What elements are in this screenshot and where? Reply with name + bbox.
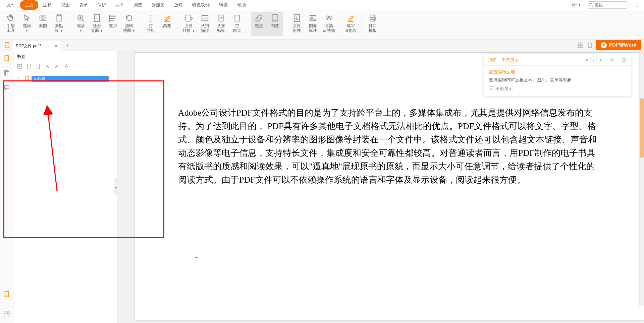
svg-rect-31 xyxy=(7,312,9,314)
tabbar-grid-icon[interactable] xyxy=(577,42,584,49)
menu-cloud[interactable]: 云服务 xyxy=(147,0,169,10)
ribbon-screenshot-button[interactable]: 截图 xyxy=(35,12,51,36)
tabbar-home-icon[interactable] xyxy=(2,42,12,48)
rail-apps-icon[interactable] xyxy=(3,311,10,318)
menu-share[interactable]: 共享 xyxy=(111,0,129,10)
menubar-kebab-icon[interactable]: ⋮ xyxy=(633,2,642,8)
ribbon-label: 缩放 ▼ xyxy=(77,23,85,34)
ribbon-fromclip-button[interactable]: 从剪 贴板 xyxy=(213,12,229,36)
rail-comment-icon[interactable] xyxy=(3,84,10,91)
menu-form[interactable]: 表单 xyxy=(74,0,93,10)
tip-checkbox-icon[interactable]: ✓ xyxy=(489,86,493,91)
ribbon-zoom-button[interactable]: 缩放 ▼ xyxy=(73,12,89,36)
menubar-mode-dropdown[interactable]: ▼ xyxy=(571,2,582,8)
zoom-icon xyxy=(76,13,86,23)
bm-font-shrink-icon[interactable] xyxy=(54,64,60,70)
rail-bookmark-icon[interactable] xyxy=(3,55,10,62)
scrollbar-thumb[interactable] xyxy=(640,98,644,158)
panel-collapse-handle[interactable]: ◂ xyxy=(114,179,117,195)
tab-add-button[interactable]: + xyxy=(61,42,73,48)
tip-clear-link[interactable]: 清除 xyxy=(488,57,497,63)
svg-rect-14 xyxy=(235,15,239,21)
ribbon-convert-button[interactable]: 文件 转换 ▼ xyxy=(181,12,197,36)
menu-convert[interactable]: 转换 xyxy=(214,0,232,10)
bookmark-icon xyxy=(270,13,280,23)
svg-rect-32 xyxy=(4,315,6,317)
bm-expand-icon[interactable] xyxy=(17,64,23,70)
ribbon-fitpage-button[interactable]: 适合 页面 ▼ xyxy=(89,12,105,36)
imganno-icon xyxy=(308,13,318,23)
rotate-icon xyxy=(124,13,134,23)
ribbon-imganno-button[interactable]: 图像 标注 xyxy=(305,12,321,36)
pdf-to-word-icon: ↻ xyxy=(601,42,607,48)
tip-next-icon[interactable]: ▶ xyxy=(600,58,603,62)
ribbon-reflow-button[interactable]: 重排 xyxy=(105,12,121,36)
menu-home[interactable]: 主页 xyxy=(20,0,38,10)
bookmark-item[interactable]: └─ xyxy=(17,76,113,82)
menu-features[interactable]: 特色功能 xyxy=(187,0,214,10)
menu-view[interactable]: 视图 xyxy=(56,0,74,10)
ribbon-highlight-button[interactable]: 高亮 xyxy=(159,12,175,36)
svg-rect-2 xyxy=(572,5,574,7)
ribbon-collapse-icon[interactable]: ︿ xyxy=(637,32,641,38)
highlight-icon xyxy=(162,13,172,23)
svg-line-4 xyxy=(592,6,593,7)
document-tab[interactable]: PDF文件.pdf * × xyxy=(12,41,61,51)
close-tab-icon[interactable]: × xyxy=(55,43,57,49)
tip-nomore-link[interactable]: 不再提示 xyxy=(501,57,519,63)
svg-rect-28 xyxy=(4,70,8,75)
tip-minimize-icon[interactable] xyxy=(621,57,627,63)
ribbon-rotate-button[interactable]: 旋转 视图 ▼ xyxy=(121,12,137,36)
rail-favorite-icon[interactable] xyxy=(3,291,10,298)
vertical-scrollbar[interactable] xyxy=(639,51,644,306)
menu-slideshow[interactable]: 放映 xyxy=(169,0,187,10)
bm-font-grow-icon[interactable] xyxy=(45,64,51,70)
tip-popup: 清除 不再提示 ◀ 1 / 1 ▶ 点击编辑文档 支持编辑PDF文档文本、图片、… xyxy=(484,54,631,96)
ribbon-bookmark-button[interactable]: 书签 xyxy=(267,12,283,36)
menu-protect[interactable]: 保护 xyxy=(93,0,111,10)
bookmark-title-input[interactable] xyxy=(32,76,109,82)
ribbon-typewriter-button[interactable]: 打 字机 xyxy=(143,12,159,36)
bm-add-icon[interactable] xyxy=(26,64,32,70)
ribbon-blank-button[interactable]: 空 白页 xyxy=(229,12,245,36)
svg-rect-25 xyxy=(578,46,580,48)
ribbon-sign-button[interactable]: 填写 &签名 xyxy=(343,12,359,36)
tabbar-page-icon[interactable] xyxy=(587,42,593,49)
svg-rect-26 xyxy=(581,46,583,48)
bm-font-icon[interactable] xyxy=(64,64,70,70)
ribbon-scanner-button[interactable]: 从扫 描仪 xyxy=(197,12,213,36)
ribbon-label: 选择 ▼ xyxy=(23,23,31,34)
menu-browse[interactable]: 浏览 xyxy=(129,0,147,10)
tip-settings-icon[interactable] xyxy=(609,57,615,63)
ribbon-label: 从剪 贴板 xyxy=(217,23,225,33)
search-input[interactable] xyxy=(595,3,622,7)
search-box[interactable] xyxy=(586,1,629,9)
pdf-to-word-button[interactable]: ↻ PDF转Word xyxy=(596,40,641,50)
bm-remove-icon[interactable] xyxy=(36,64,42,70)
svg-point-35 xyxy=(610,58,613,61)
menu-comment[interactable]: 注释 xyxy=(38,0,56,10)
rail-pages-icon[interactable] xyxy=(3,70,10,76)
menu-help[interactable]: 帮助 xyxy=(232,0,251,10)
bookmark-panel-title: 书签 xyxy=(13,51,117,62)
svg-point-19 xyxy=(329,16,332,19)
screenshot-icon xyxy=(38,13,48,23)
menu-file[interactable]: 文件 xyxy=(2,0,20,10)
tip-title-link[interactable]: 点击编辑文档 xyxy=(489,69,515,75)
tip-page-label: 1 / 1 xyxy=(590,57,598,62)
ribbon-attach-button[interactable]: 文件 附件 xyxy=(289,12,305,36)
ribbon-label: 剪贴 板 ▼ xyxy=(55,23,63,34)
tip-prev-icon[interactable]: ◀ xyxy=(585,58,588,62)
svg-rect-27 xyxy=(588,43,592,48)
ribbon-label: 填写 &签名 xyxy=(345,23,356,33)
sign-icon xyxy=(346,13,356,23)
bookmark-panel-toolbar xyxy=(13,62,117,72)
ribbon-media-button[interactable]: 音频 & 视频 xyxy=(321,12,337,36)
ribbon-print-button[interactable]: 打印 模板 xyxy=(365,12,381,36)
ribbon-select-button[interactable]: 选择 ▼ xyxy=(19,12,35,36)
svg-rect-30 xyxy=(4,312,6,314)
ribbon-hand-button[interactable]: 手型 工具 xyxy=(3,12,19,36)
tip-dont-show[interactable]: ✓ 不再显示 xyxy=(489,86,626,92)
ribbon-link-button[interactable]: 链接 xyxy=(251,12,267,36)
ribbon-clipboard-button[interactable]: 剪贴 板 ▼ xyxy=(51,12,67,36)
